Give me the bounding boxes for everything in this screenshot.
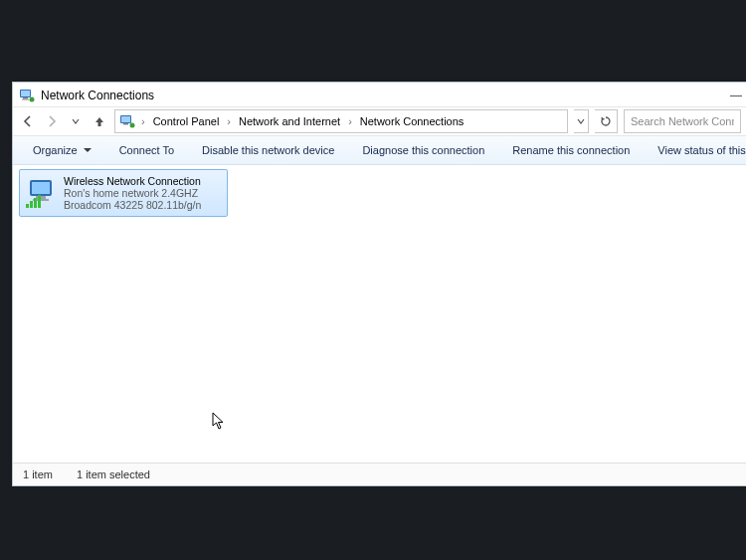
breadcrumb[interactable]: › Control Panel › Network and Internet ›…: [114, 109, 568, 133]
recent-locations-button[interactable]: [67, 112, 85, 130]
diagnose-connection-button[interactable]: Diagnose this connection: [348, 136, 498, 164]
svg-point-8: [130, 123, 135, 128]
svg-rect-21: [34, 198, 37, 208]
minimize-button[interactable]: —: [730, 89, 741, 102]
connection-ssid: Ron's home network 2.4GHZ: [64, 187, 201, 199]
rename-connection-button[interactable]: Rename this connection: [498, 136, 644, 164]
back-button[interactable]: [19, 112, 37, 130]
forward-button[interactable]: [43, 112, 61, 130]
content-pane[interactable]: Wireless Network Connection Ron's home n…: [13, 165, 746, 463]
connection-name: Wireless Network Connection: [64, 175, 201, 187]
window-title: Network Connections: [41, 89, 154, 102]
breadcrumb-network-and-internet[interactable]: Network and Internet: [237, 114, 342, 128]
svg-rect-20: [30, 201, 33, 208]
chevron-right-icon: ›: [225, 115, 233, 127]
cursor-icon: [212, 412, 226, 430]
svg-rect-2: [23, 97, 28, 99]
refresh-button[interactable]: [595, 109, 618, 133]
command-bar: Organize Connect To Disable this network…: [13, 136, 746, 165]
search-input[interactable]: [629, 114, 736, 128]
titlebar: Network Connections —: [13, 83, 746, 107]
status-selection-count: 1 item selected: [77, 468, 150, 480]
organize-menu[interactable]: Organize: [19, 136, 105, 164]
svg-rect-7: [123, 123, 128, 125]
svg-rect-19: [26, 204, 29, 208]
search-box[interactable]: [624, 109, 741, 133]
up-button[interactable]: [91, 112, 108, 130]
chevron-right-icon: ›: [346, 115, 354, 127]
breadcrumb-network-connections[interactable]: Network Connections: [358, 114, 466, 128]
svg-rect-16: [32, 182, 50, 194]
svg-rect-1: [21, 91, 30, 96]
connection-item-wireless[interactable]: Wireless Network Connection Ron's home n…: [19, 169, 228, 217]
connection-labels: Wireless Network Connection Ron's home n…: [64, 175, 201, 211]
address-bar: › Control Panel › Network and Internet ›…: [13, 107, 746, 136]
breadcrumb-control-panel[interactable]: Control Panel: [151, 114, 222, 128]
chevron-right-icon: ›: [139, 115, 147, 127]
svg-rect-6: [121, 116, 130, 122]
address-dropdown-button[interactable]: [574, 109, 589, 133]
network-connections-icon: [119, 113, 135, 129]
svg-rect-3: [22, 99, 29, 100]
status-item-count: 1 item: [23, 468, 53, 480]
disable-device-button[interactable]: Disable this network device: [188, 136, 348, 164]
svg-rect-22: [38, 195, 41, 208]
connect-to-button[interactable]: Connect To: [105, 136, 188, 164]
wireless-adapter-icon: [24, 176, 58, 210]
svg-point-4: [30, 97, 35, 102]
status-bar: 1 item 1 item selected: [13, 463, 746, 485]
explorer-window: Network Connections —: [12, 82, 746, 486]
connection-adapter: Broadcom 43225 802.11b/g/n: [64, 199, 201, 211]
view-status-button[interactable]: View status of this connection: [644, 136, 746, 164]
network-connections-icon: [19, 88, 35, 103]
